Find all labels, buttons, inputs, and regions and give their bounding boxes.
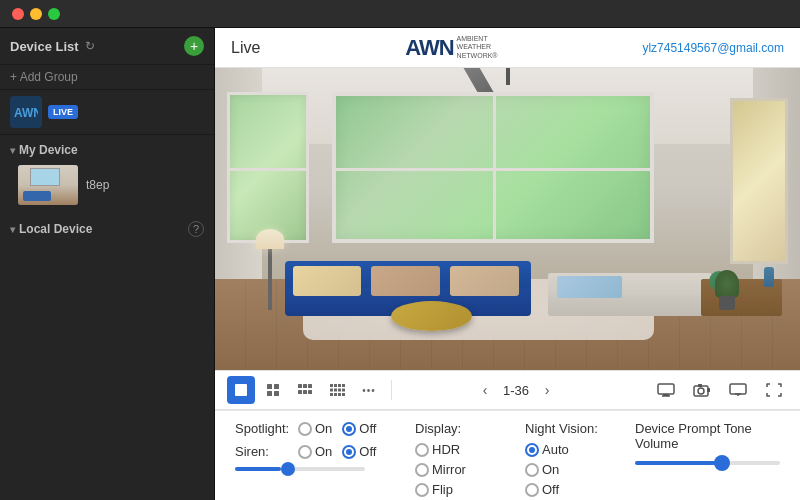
monitor-icon-button[interactable]	[652, 376, 680, 404]
help-icon[interactable]: ?	[188, 221, 204, 237]
view-grid-2-button[interactable]	[259, 376, 287, 404]
night-vision-options: Auto On Off	[525, 442, 605, 497]
siren-on-label: On	[315, 444, 332, 459]
awn-logo-text: AWN	[405, 35, 453, 61]
maximize-button[interactable]	[48, 8, 60, 20]
bottom-slider-thumb[interactable]	[281, 462, 295, 476]
refresh-icon[interactable]: ↻	[85, 39, 95, 53]
svg-rect-5	[274, 391, 279, 396]
my-device-label: My Device	[19, 143, 78, 157]
nv-off-radio[interactable]	[525, 483, 539, 497]
add-device-button[interactable]: +	[184, 36, 204, 56]
spotlight-on-option[interactable]: On	[298, 421, 332, 436]
plant-pot	[719, 296, 735, 310]
spotlight-on-radio[interactable]	[298, 422, 312, 436]
display-options: HDR Mirror Flip	[415, 442, 495, 497]
toolbar-separator	[391, 380, 392, 400]
white-sofa-cushion	[557, 276, 623, 297]
next-page-button[interactable]: ›	[535, 378, 559, 402]
local-device-header[interactable]: ▾ Local Device ?	[0, 217, 214, 241]
local-chevron-icon: ▾	[10, 224, 15, 235]
content-header: Live AWN AMBIENT WEATHER NETWORK® ylz745…	[215, 28, 800, 68]
door-right	[730, 98, 789, 264]
svg-rect-14	[338, 384, 341, 387]
nv-off-option[interactable]: Off	[525, 482, 605, 497]
spotlight-off-label: Off	[359, 421, 376, 436]
spotlight-off-option[interactable]: Off	[342, 421, 376, 436]
svg-rect-16	[330, 389, 333, 392]
spotlight-label: Spotlight:	[235, 421, 290, 436]
chevron-icon: ▾	[10, 145, 15, 156]
view-grid-3-button[interactable]	[291, 376, 319, 404]
add-group-button[interactable]: + Add Group	[0, 65, 214, 90]
fullscreen-button[interactable]	[760, 376, 788, 404]
svg-rect-22	[338, 393, 341, 396]
svg-rect-21	[334, 393, 337, 396]
nv-auto-radio[interactable]	[525, 443, 539, 457]
bottom-slider[interactable]	[235, 467, 365, 471]
prev-page-button[interactable]: ‹	[473, 378, 497, 402]
sidebar-awn-item[interactable]: AWN LIVE	[0, 90, 214, 135]
spotlight-radio-group: On Off	[298, 421, 376, 436]
volume-group: Device Prompt Tone Volume	[635, 421, 780, 465]
close-button[interactable]	[12, 8, 24, 20]
awn-sub-line2: WEATHER	[457, 43, 498, 51]
toolbar-right-icons	[652, 376, 788, 404]
white-sofa-seat	[548, 295, 712, 316]
device-name: t8ep	[86, 178, 204, 192]
hdr-radio[interactable]	[415, 443, 429, 457]
svg-rect-29	[698, 384, 702, 387]
mirror-option[interactable]: Mirror	[415, 462, 495, 477]
pagination-controls: ‹ 1-36 ›	[473, 378, 559, 402]
flip-option[interactable]: Flip	[415, 482, 495, 497]
spotlight-off-radio[interactable]	[342, 422, 356, 436]
mirror-label: Mirror	[432, 462, 466, 477]
camera-feed	[215, 68, 800, 370]
device-item[interactable]: t8ep	[0, 161, 214, 209]
minimize-button[interactable]	[30, 8, 42, 20]
svg-rect-17	[334, 389, 337, 392]
screen-share-button[interactable]	[724, 376, 752, 404]
user-email[interactable]: ylz745149567@gmail.com	[642, 41, 784, 55]
siren-on-radio[interactable]	[298, 445, 312, 459]
camera-icon-button[interactable]	[688, 376, 716, 404]
nv-on-radio[interactable]	[525, 463, 539, 477]
display-label: Display:	[415, 421, 495, 436]
spotlight-row: Spotlight: On Off	[235, 421, 385, 436]
awn-brand: AWN AMBIENT WEATHER NETWORK®	[405, 35, 497, 61]
bottom-slider-row	[235, 467, 385, 471]
night-vision-label: Night Vision:	[525, 421, 605, 436]
bottom-controls: Spotlight: On Off Siren:	[215, 410, 800, 500]
display-group: Display: HDR Mirror Flip	[415, 421, 495, 497]
local-device-section: ▾ Local Device ?	[0, 213, 214, 245]
volume-slider[interactable]	[635, 461, 780, 465]
volume-thumb[interactable]	[714, 455, 730, 471]
view-single-button[interactable]	[227, 376, 255, 404]
nv-auto-option[interactable]: Auto	[525, 442, 605, 457]
siren-off-option[interactable]: Off	[342, 444, 376, 459]
svg-rect-7	[303, 384, 307, 388]
siren-on-option[interactable]: On	[298, 444, 332, 459]
plant-leaves	[715, 270, 739, 298]
svg-rect-31	[730, 384, 746, 394]
live-label: Live	[231, 39, 260, 57]
mini-sofa	[23, 191, 51, 201]
flip-radio[interactable]	[415, 483, 429, 497]
view-grid-4-button[interactable]	[323, 376, 351, 404]
floor-lamp	[268, 249, 272, 309]
svg-rect-30	[707, 388, 710, 392]
sidebar-header-left: Device List ↻	[10, 39, 95, 54]
fan-rod	[506, 68, 510, 85]
nv-on-option[interactable]: On	[525, 462, 605, 477]
siren-radio-group: On Off	[298, 444, 376, 459]
local-device-header-left: ▾ Local Device	[10, 222, 92, 236]
view-more-button[interactable]: •••	[355, 376, 383, 404]
my-device-header[interactable]: ▾ My Device	[0, 139, 214, 161]
traffic-lights	[12, 8, 60, 20]
hdr-option[interactable]: HDR	[415, 442, 495, 457]
floor-plant	[712, 270, 742, 310]
mirror-radio[interactable]	[415, 463, 429, 477]
window-divider-h	[230, 168, 306, 171]
mini-window	[30, 168, 60, 186]
siren-off-radio[interactable]	[342, 445, 356, 459]
